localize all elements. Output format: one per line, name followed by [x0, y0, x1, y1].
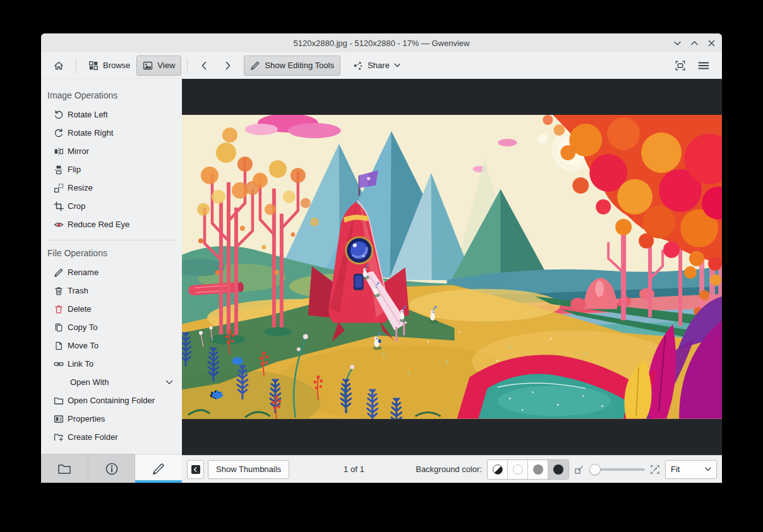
show-editing-tools-button[interactable]: Show Editing Tools	[244, 56, 340, 76]
op-flip[interactable]: Flip	[41, 160, 182, 179]
image-operations-title: Image Operations	[41, 85, 182, 105]
pencil-icon	[152, 462, 165, 476]
viewer-image[interactable]	[182, 115, 722, 418]
bg-color-white-button[interactable]	[508, 460, 528, 479]
view-button[interactable]: View	[136, 56, 181, 76]
hamburger-icon	[698, 60, 709, 71]
op-open-with[interactable]: Open With	[41, 373, 182, 391]
op-crop[interactable]: Crop	[41, 197, 182, 215]
zoom-mode-value: Fit	[671, 464, 701, 474]
trash-icon	[54, 286, 64, 296]
op-rename[interactable]: Rename	[41, 263, 182, 281]
zoom-slider-handle[interactable]	[589, 464, 601, 475]
go-next-button[interactable]	[216, 56, 239, 76]
info-icon	[105, 462, 119, 476]
zoom-in-actual-icon[interactable]	[650, 464, 660, 475]
chevron-down-icon	[705, 467, 711, 471]
black-color-icon	[553, 464, 563, 475]
close-icon[interactable]	[707, 40, 716, 47]
zoom-out-fit-icon[interactable]	[574, 464, 584, 475]
view-image-icon	[143, 61, 153, 71]
op-rotate-left[interactable]: Rotate Left	[41, 105, 182, 124]
bg-color-gray-button[interactable]	[528, 460, 548, 479]
toolbar-separator	[187, 58, 188, 73]
resize-icon	[54, 183, 64, 193]
white-color-icon	[513, 464, 523, 475]
file-operations-title: File Operations	[41, 243, 182, 263]
folder-open-icon	[54, 396, 64, 406]
chevron-right-icon	[222, 61, 232, 71]
sidebar-tab-bar	[41, 454, 182, 483]
flip-icon	[54, 165, 64, 175]
create-folder-icon	[54, 432, 64, 442]
op-rotate-right[interactable]: Rotate Right	[41, 124, 182, 142]
maximize-icon[interactable]	[690, 40, 699, 47]
zoom-mode-combobox[interactable]: Fit	[665, 460, 717, 479]
share-icon	[353, 61, 363, 71]
share-button[interactable]: Share	[347, 56, 407, 76]
mirror-icon	[54, 146, 64, 157]
op-open-containing-folder[interactable]: Open Containing Folder	[41, 391, 182, 410]
op-mirror[interactable]: Mirror	[41, 142, 182, 160]
go-previous-button[interactable]	[193, 56, 216, 76]
tab-operations[interactable]	[135, 454, 182, 483]
statusbar: Show Thumbnails 1 of 1 Background color:	[182, 455, 722, 483]
window-title: 5120x2880.jpg - 5120x2880 - 17% — Gwenvi…	[294, 38, 470, 48]
minimize-icon[interactable]	[673, 40, 682, 47]
crop-icon	[54, 201, 64, 211]
operations-sidebar: Image Operations Rotate Left Rotate Righ…	[41, 79, 182, 483]
chevron-down-icon	[394, 63, 400, 68]
toolbar-separator	[76, 58, 76, 73]
op-trash[interactable]: Trash	[41, 281, 182, 300]
auto-color-icon	[493, 464, 503, 475]
edit-pencil-icon	[250, 61, 260, 71]
folder-icon	[57, 463, 71, 475]
tab-folders[interactable]	[41, 454, 88, 483]
rotate-left-icon	[54, 110, 64, 120]
properties-icon	[54, 414, 64, 424]
op-properties[interactable]: Properties	[41, 410, 182, 428]
background-color-group	[487, 459, 569, 480]
browse-label: Browse	[103, 61, 130, 70]
operations-panel: Image Operations Rotate Left Rotate Righ…	[41, 79, 182, 454]
position-indicator: 1 of 1	[344, 464, 364, 474]
op-copy-to[interactable]: Copy To	[41, 318, 182, 336]
red-eye-icon	[54, 220, 64, 230]
fullscreen-button[interactable]	[669, 56, 692, 76]
show-thumbnails-button[interactable]: Show Thumbnails	[208, 460, 289, 479]
op-reduce-red-eye[interactable]: Reduce Red Eye	[41, 215, 182, 233]
sidebar-toggle-button[interactable]	[187, 460, 204, 479]
home-button[interactable]	[47, 56, 70, 76]
move-icon	[54, 341, 64, 351]
chevron-down-icon	[165, 380, 173, 385]
titlebar[interactable]: 5120x2880.jpg - 5120x2880 - 17% — Gwenvi…	[41, 33, 722, 52]
op-link-to[interactable]: Link To	[41, 355, 182, 373]
bg-color-black-button[interactable]	[548, 460, 568, 479]
section-separator	[47, 240, 176, 240]
op-move-to[interactable]: Move To	[41, 336, 182, 355]
bg-color-auto-button[interactable]	[488, 460, 508, 479]
copy-icon	[54, 322, 64, 333]
share-label: Share	[368, 61, 390, 70]
op-resize[interactable]: Resize	[41, 179, 182, 197]
zoom-slider[interactable]	[589, 463, 645, 476]
link-icon	[54, 359, 64, 369]
browse-button[interactable]: Browse	[82, 56, 136, 76]
view-label: View	[157, 61, 175, 70]
background-color-label: Background color:	[416, 464, 482, 474]
home-icon	[54, 61, 64, 71]
rename-icon	[54, 268, 64, 278]
gwenview-window: 5120x2880.jpg - 5120x2880 - 17% — Gwenvi…	[41, 33, 722, 483]
delete-icon	[54, 304, 64, 314]
sidebar-toggle-icon	[191, 464, 201, 475]
main-toolbar: Browse View Show Editing Tools	[41, 52, 722, 79]
op-create-folder[interactable]: Create Folder	[41, 428, 182, 446]
gray-color-icon	[533, 464, 543, 475]
op-delete[interactable]: Delete	[41, 300, 182, 318]
menu-button[interactable]	[692, 56, 716, 76]
tab-information[interactable]	[88, 454, 136, 483]
rotate-right-icon	[54, 128, 64, 138]
window-controls	[673, 33, 716, 52]
fullscreen-icon	[675, 61, 685, 71]
browse-grid-icon	[88, 61, 99, 71]
